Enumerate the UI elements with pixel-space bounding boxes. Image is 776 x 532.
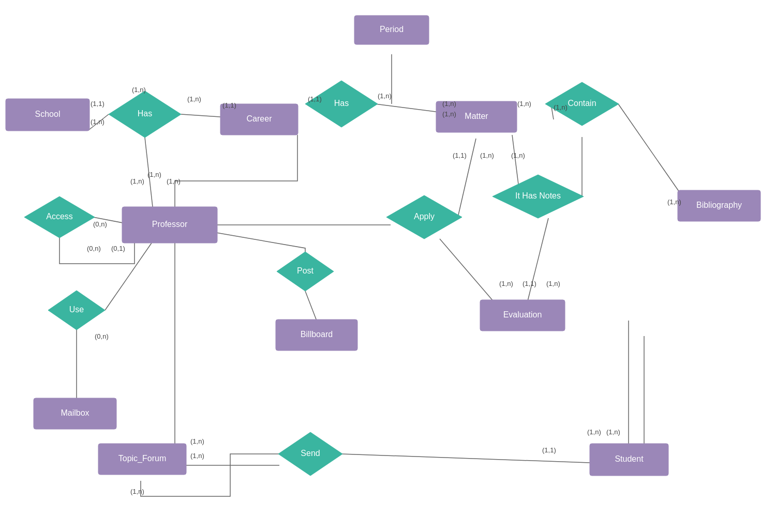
post-label: Post [297,266,314,275]
svg-text:(1,1): (1,1) [91,100,105,108]
svg-text:(1,1): (1,1) [453,151,467,159]
svg-text:(1,n): (1,n) [132,86,146,94]
ithasnotes-label: It Has Notes [515,191,561,200]
svg-text:(1,n): (1,n) [480,151,494,159]
svg-text:(0,n): (0,n) [93,220,107,228]
svg-text:(1,1): (1,1) [308,95,322,103]
svg-text:(1,n): (1,n) [442,110,456,118]
school-label: School [35,110,61,118]
billboard-label: Billboard [301,330,333,339]
send-label: Send [301,449,320,458]
svg-text:(1,1): (1,1) [542,446,556,454]
contain-label: Contain [568,99,596,108]
svg-text:(1,n): (1,n) [511,151,525,159]
svg-line-11 [440,239,497,305]
svg-text:(1,n): (1,n) [91,118,105,126]
apply-label: Apply [414,212,435,221]
has2-label: Has [334,99,349,108]
svg-line-18 [341,454,590,463]
svg-text:(1,n): (1,n) [499,280,513,287]
matter-label: Matter [465,112,488,120]
svg-text:(1,n): (1,n) [130,177,144,185]
career-label: Career [247,114,273,123]
svg-text:(1,1): (1,1) [523,280,536,287]
svg-text:(1,1): (1,1) [222,101,236,109]
access-label: Access [46,212,73,221]
bibliography-label: Bibliography [696,201,742,209]
diagram-canvas: School Career Matter Period Professor Bi… [0,0,776,532]
svg-text:(1,n): (1,n) [554,103,568,111]
svg-text:(0,n): (0,n) [95,332,109,340]
cardinalities-group: (1,1) (1,n) (1,n) (1,n) (1,1) (1,1) (1,n… [87,86,681,495]
svg-text:(1,n): (1,n) [517,100,531,108]
svg-text:(1,n): (1,n) [667,198,681,206]
svg-text:(1,n): (1,n) [130,488,144,495]
svg-line-10 [527,218,548,305]
student-label: Student [615,454,644,463]
svg-text:(1,n): (1,n) [190,452,204,460]
svg-text:(1,n): (1,n) [442,100,456,108]
svg-text:(1,n): (1,n) [167,177,181,185]
use-label: Use [69,305,84,314]
er-diagram: School Career Matter Period Professor Bi… [0,0,776,532]
svg-text:(0,1): (0,1) [111,245,125,252]
evaluation-label: Evaluation [503,310,542,319]
svg-line-16 [305,291,317,321]
svg-text:(1,n): (1,n) [190,437,204,445]
svg-text:(1,n): (1,n) [147,171,161,178]
svg-text:(1,n): (1,n) [378,92,392,100]
svg-text:(1,n): (1,n) [546,280,560,287]
svg-text:(1,n): (1,n) [606,428,620,436]
mailbox-label: Mailbox [61,408,89,417]
svg-line-14 [105,243,152,310]
period-label: Period [380,25,404,34]
has1-label: Has [138,109,152,118]
professor-label: Professor [152,220,188,229]
topicforum-label: Topic_Forum [118,454,166,463]
svg-line-8 [458,139,476,217]
svg-text:(0,n): (0,n) [87,245,101,252]
svg-text:(1,n): (1,n) [587,428,601,436]
svg-text:(1,n): (1,n) [187,95,201,103]
